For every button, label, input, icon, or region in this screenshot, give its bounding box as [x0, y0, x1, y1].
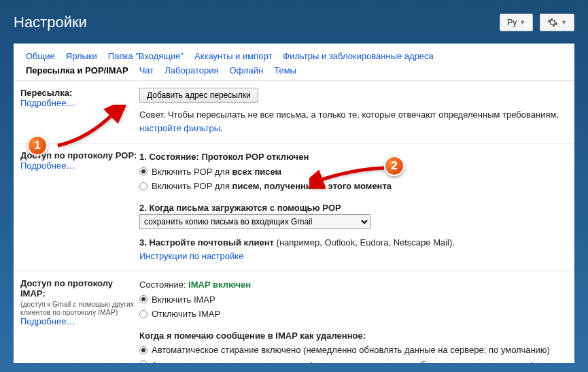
imap-more-link[interactable]: Подробнее…	[20, 316, 75, 326]
pop-enable-new-radio[interactable]	[139, 182, 148, 190]
pop-q3-line: 3. Настройте почтовый клиент (например, …	[139, 236, 568, 250]
imap-label: Доступ по протоколу IMAP:	[20, 278, 139, 299]
annotation-arrow-1	[51, 105, 126, 154]
pop-enable-all-radio[interactable]	[139, 167, 148, 175]
tab-общие[interactable]: Общие	[20, 49, 60, 63]
tab-аккаунты-и-импорт[interactable]: Аккаунты и импорт	[189, 49, 277, 63]
tab-фильтры-и-заблокированные-адреса[interactable]: Фильтры и заблокированные адреса	[277, 49, 438, 63]
gear-icon	[547, 17, 558, 28]
tab-офлайн[interactable]: Офлайн	[224, 63, 269, 78]
add-forwarding-address-button[interactable]: Добавить адрес пересылки	[139, 88, 258, 103]
imap-autoexpunge-off-label: Автоматическое стирание выключено (ожида…	[152, 358, 534, 364]
imap-autoexpunge-off-radio[interactable]	[139, 360, 148, 363]
pop-more-link[interactable]: Подробнее…	[20, 160, 75, 171]
imap-enable-radio[interactable]	[139, 295, 148, 303]
pop-enable-all-label: Включить POP для всех писем	[152, 165, 281, 179]
annotation-badge-2: 2	[384, 156, 404, 176]
tab-чат[interactable]: Чат	[134, 63, 160, 78]
tab-папка-входящие-[interactable]: Папка "Входящие"	[103, 49, 189, 63]
tab-лаборатория[interactable]: Лаборатория	[159, 63, 224, 78]
chevron-down-icon: ▼	[561, 19, 567, 26]
language-button[interactable]: Ру ▼	[500, 14, 533, 31]
forwarding-label: Пересылка:	[20, 88, 139, 98]
tab-ярлыки[interactable]: Ярлыки	[60, 49, 103, 63]
pop-status-line: 1. Состояние: Протокол POP отключен	[139, 150, 568, 164]
imap-disable-label: Отключить IMAP	[152, 307, 220, 321]
tab-пересылка-и-pop-imap[interactable]: Пересылка и POP/IMAP	[20, 63, 134, 78]
imap-status-line: Состояние: IMAP включен	[139, 278, 568, 292]
imap-delete-q-label: Когда я помечаю сообщение в IMAP как уда…	[139, 329, 568, 343]
tab-темы[interactable]: Темы	[269, 63, 302, 78]
language-label: Ру	[507, 18, 517, 27]
settings-gear-button[interactable]: ▼	[540, 14, 574, 31]
pop-download-action-select[interactable]: сохранить копию письма во входящих Gmail	[139, 214, 370, 229]
annotation-arrow-2	[309, 163, 391, 192]
imap-enable-label: Включить IMAP	[152, 293, 215, 307]
pop-q2-label: 2. Когда письма загружаются с помощью PO…	[139, 201, 568, 215]
pop-instructions-link[interactable]: Инструкции по настройке	[139, 251, 243, 261]
forwarding-tip: Совет. Чтобы пересылать не все письма, а…	[139, 108, 568, 135]
page-title: Настройки	[14, 14, 87, 31]
setup-filters-link[interactable]: настройте фильтры	[139, 123, 220, 133]
imap-autoexpunge-on-label: Автоматическое стирание включено (немедл…	[152, 343, 550, 357]
imap-autoexpunge-on-radio[interactable]	[139, 346, 148, 354]
imap-disable-radio[interactable]	[139, 310, 148, 318]
annotation-badge-1: 1	[27, 135, 48, 156]
chevron-down-icon: ▼	[519, 19, 525, 26]
imap-sublabel: (доступ к Gmail с помощью других клиенто…	[20, 300, 139, 316]
